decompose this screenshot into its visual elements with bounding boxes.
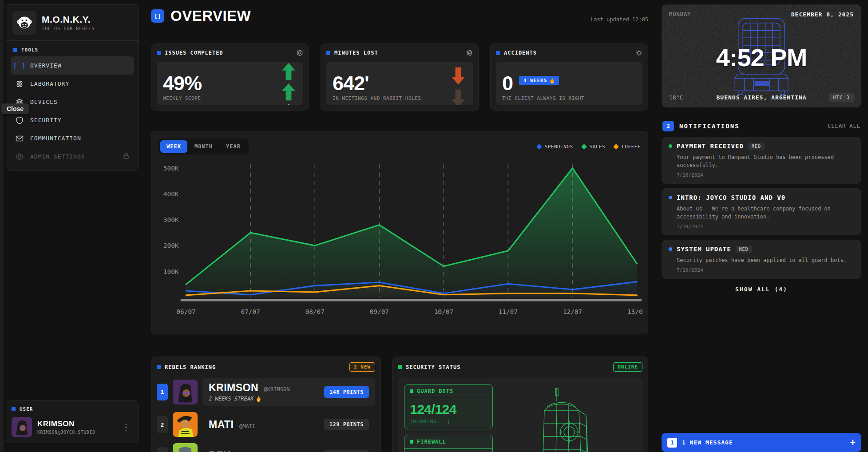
nav-panel: M.O.N.K.Y. THE OS FOR REBELS TOOLS [ ] O… [6, 4, 139, 170]
clock-day: MONDAY [669, 11, 691, 18]
tab-month[interactable]: MONTH [188, 140, 219, 153]
points-badge: 122 POINTS [324, 450, 369, 452]
stat-value: 642' [333, 73, 369, 93]
diamond-icon [613, 144, 619, 150]
app-subtitle: THE OS FOR REBELS [42, 26, 95, 31]
user-panel: USER KRIMSON KRIMSON@JOYCO.STUDIO ⋮ [6, 400, 139, 443]
last-updated: Last updated 12:05 [591, 16, 648, 24]
ranking-title: REBELS RANKING [165, 364, 216, 370]
notification-date: 7/10/2024 [669, 267, 854, 273]
tab-year[interactable]: YEAR [220, 140, 247, 153]
svg-text:11/07: 11/07 [499, 308, 518, 315]
stat-caption: THE CLIENT ALWAYS IS RIGHT [502, 95, 584, 101]
show-all-button[interactable]: SHOW ALL (4) [662, 286, 861, 293]
notification-payment-received[interactable]: PAYMENT RECEIVED MED Your payment to Ram… [662, 137, 861, 184]
notification-body: Your payment to Rampant Studio has been … [669, 153, 854, 169]
online-badge: ONLINE [613, 362, 642, 372]
rank-name: MATI [209, 419, 234, 430]
notification-intro[interactable]: INTRO: JOYCO STUDIO AND V0 About us - We… [662, 188, 861, 235]
sidebar-item-laboratory[interactable]: LABORATORY [11, 75, 134, 93]
stat-card-accidents: ACCIDENTS 0 4 WEEKS THE CLIENT ALWAYS IS… [490, 44, 648, 111]
new-message-bar[interactable]: 1 1 NEW MESSAGE + [662, 433, 861, 452]
user-email: KRIMSON@JOYCO.STUDIO [37, 430, 95, 435]
sidebar-item-communication[interactable]: COMMUNICATION [11, 129, 134, 147]
notification-date: 7/10/2024 [669, 172, 854, 178]
ranking-row-1[interactable]: 1 KRIMSON [157, 378, 375, 406]
monkey-logo-icon [12, 11, 36, 35]
app-title: M.O.N.K.Y. [42, 14, 95, 25]
notifications-count-badge: 2 [662, 121, 674, 131]
section-bullet [13, 48, 17, 52]
sidebar-item-overview[interactable]: [ ] OVERVIEW [11, 56, 134, 75]
sidebar-item-security[interactable]: SECURITY [11, 111, 134, 129]
flame-icon [256, 396, 261, 402]
ranking-row-2[interactable]: 2 MATI @MATI [157, 412, 375, 437]
svg-text:08/07: 08/07 [305, 308, 324, 315]
legend-coffee: COFFEE [614, 144, 641, 150]
stat-card-issues: ISSUES COMPLETED 49% WEEKLY SCOPE [151, 44, 309, 111]
drawer-edge [0, 0, 4, 452]
accident-streak-badge: 4 WEEKS [519, 76, 559, 85]
lock-icon [123, 152, 130, 161]
notification-body: About us - We're a healthcare company fo… [669, 205, 854, 221]
card-bullet-green [398, 365, 402, 369]
right-column: MONDAY DECEMBER 8, 2025 4:52 PM 18°C BUE… [662, 0, 861, 452]
diamond-icon [536, 144, 542, 150]
svg-text:13/07: 13/07 [627, 308, 642, 315]
avatar-mati [173, 412, 198, 437]
sidebar-item-admin-settings[interactable]: ADMIN SETTINGS [11, 147, 134, 166]
avatar-rek [173, 443, 198, 452]
svg-text:12/07: 12/07 [563, 308, 582, 315]
section-bullet [12, 407, 16, 411]
rank-streak: 2 WEEKS STREAK [209, 396, 289, 402]
notification-system-update[interactable]: SYSTEM UPDATE MED Security patches have … [662, 240, 861, 279]
card-bullet [157, 365, 161, 369]
hex-nut-settings-icon[interactable] [296, 49, 303, 56]
plus-icon[interactable]: + [850, 438, 856, 448]
green-bullet [410, 389, 413, 393]
stat-caption: IN MEETINGS AND RABBIT HOLES [333, 95, 421, 101]
svg-text:07/07: 07/07 [241, 308, 260, 315]
notifications-panel: 2 NOTIFICATIONS CLEAR ALL PAYMENT RECEIV… [662, 121, 861, 293]
flame-icon [550, 78, 555, 83]
clock-widget: MONDAY DECEMBER 8, 2025 4:52 PM 18°C BUE… [662, 4, 861, 107]
firewall-label: FIREWALL [417, 439, 446, 445]
chip-settings-icon[interactable] [466, 49, 473, 56]
stat-label: ISSUES COMPLETED [165, 50, 223, 56]
notification-date: 7/10/2024 [669, 224, 854, 230]
guard-bots-value: 124/124 [410, 402, 487, 417]
hex-nut-icon [15, 152, 24, 161]
ranking-row-3[interactable]: 3 REK 122 POINTS [157, 443, 375, 452]
notifications-title: NOTIFICATIONS [679, 123, 740, 130]
priority-badge: MED [736, 246, 752, 253]
points-badge: 129 POINTS [324, 419, 369, 430]
svg-text:200K: 200K [163, 242, 179, 249]
firewall-box: FIREWALL 99.9% [404, 435, 493, 452]
sidebar-item-label: DEVICES [30, 99, 58, 105]
kebab-icon[interactable]: ⋮ [119, 421, 133, 434]
stat-label: ACCIDENTS [504, 50, 537, 56]
clear-all-button[interactable]: CLEAR ALL [828, 123, 860, 129]
stat-caption: WEEKLY SCOPE [163, 95, 201, 101]
guard-bots-label: GUARD BOTS [417, 388, 453, 394]
sidebar-item-label: COMMUNICATION [30, 135, 81, 142]
sidebar-item-label: ADMIN SETTINGS [30, 153, 85, 160]
rank-name: REK [209, 450, 231, 452]
user-avatar [12, 417, 32, 437]
arrow-up-icon [282, 63, 295, 80]
stat-value: 0 [502, 73, 513, 93]
chart-card: WEEK MONTH YEAR SPENDINGS SALES COFFEE [151, 131, 648, 334]
sun-gear-icon[interactable] [635, 49, 642, 56]
diamond-icon [581, 144, 587, 150]
tab-week[interactable]: WEEK [160, 140, 187, 153]
legend-sales: SALES [582, 144, 606, 150]
arrow-up-icon [282, 83, 295, 101]
new-badge: 2 NEW [349, 362, 375, 372]
sidebar-item-devices[interactable]: DEVICES [11, 93, 134, 111]
trend-arrows-up [281, 62, 296, 105]
logo-row: M.O.N.K.Y. THE OS FOR REBELS [6, 5, 139, 40]
rank-name: KRIMSON [209, 382, 258, 393]
sidebar-item-label: LABORATORY [30, 80, 69, 87]
security-title: SECURITY STATUS [406, 364, 460, 370]
rebels-ranking-card: REBELS RANKING 2 NEW 1 [151, 357, 381, 452]
